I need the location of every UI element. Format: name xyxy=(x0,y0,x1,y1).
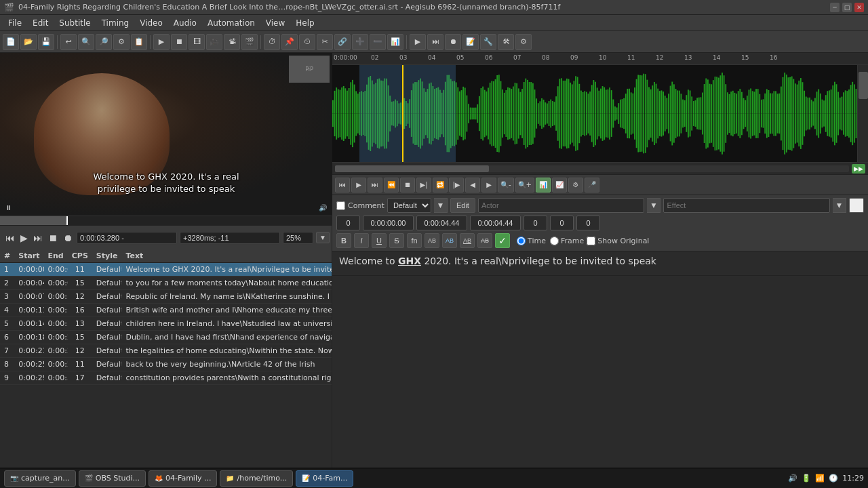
video-playhead[interactable] xyxy=(66,216,68,225)
toolbar-tool3[interactable]: ⚙ xyxy=(113,34,130,50)
wf-play-sel[interactable]: ▶| xyxy=(416,178,431,192)
taskbar-family[interactable]: 🦊 04-Family ... xyxy=(149,470,217,487)
table-row[interactable]: 7 0:00:21.21 0:00:25.38 12 Default the l… xyxy=(0,344,332,358)
record-button[interactable]: ⏺ xyxy=(62,232,74,243)
menu-timing[interactable]: Timing xyxy=(96,17,135,29)
wf-karaoke[interactable]: 🎤 xyxy=(585,178,599,192)
toolbar-sub1[interactable]: ✂ xyxy=(317,34,333,50)
table-row[interactable]: 6 0:00:18.06 0:00:21.21 15 Default Dubli… xyxy=(0,331,332,344)
wf-play-sub[interactable]: |▶ xyxy=(449,178,464,192)
toolbar-sub3[interactable]: ➕ xyxy=(352,34,368,50)
wf-loop[interactable]: 🔁 xyxy=(433,178,448,192)
video-progress-bar[interactable] xyxy=(0,216,332,225)
show-original-label[interactable]: Show Original xyxy=(587,237,649,245)
tray-battery[interactable]: 🔋 xyxy=(802,474,811,483)
wf-zoom-out[interactable]: 🔍- xyxy=(498,178,514,192)
actor-input[interactable] xyxy=(478,198,645,213)
toolbar-sub5[interactable]: 📊 xyxy=(387,34,403,50)
table-row[interactable]: 1 0:00:00.00 0:00:04.44 11 Default Welco… xyxy=(0,263,332,277)
table-row[interactable]: 9 0:00:29.10 0:00:33.10 17 Default const… xyxy=(0,371,332,385)
taskbar-capture[interactable]: 📷 capture_an... xyxy=(4,470,76,487)
toolbar-open[interactable]: 📂 xyxy=(20,34,37,50)
margin-l-input[interactable] xyxy=(524,216,547,230)
toolbar-time1[interactable]: ⏱ xyxy=(264,34,280,50)
wf-stop[interactable]: ⏹ xyxy=(400,178,415,192)
menu-view[interactable]: View xyxy=(260,17,290,29)
toolbar-find[interactable]: 🔍 xyxy=(78,34,94,50)
wf-rewind[interactable]: ⏮ xyxy=(335,178,350,192)
effect-input[interactable] xyxy=(663,198,830,213)
start-time-input[interactable] xyxy=(363,216,414,230)
margin-r-input[interactable] xyxy=(550,216,574,230)
maximize-button[interactable]: □ xyxy=(842,3,852,12)
video-player[interactable]: PiP Welcome to GHX 2020. It's a real pri… xyxy=(0,53,332,216)
table-row[interactable]: 5 0:00:14.25 0:00:18.06 13 Default child… xyxy=(0,317,332,331)
italic-button[interactable]: I xyxy=(354,233,369,248)
wf-prev-frame[interactable]: ◀ xyxy=(465,178,480,192)
style-dropdown-arrow[interactable]: ▼ xyxy=(434,198,448,213)
zoom-input[interactable] xyxy=(283,232,313,244)
zoom-dropdown-button[interactable]: ▼ xyxy=(316,232,330,243)
wf-next-frame[interactable]: ▶ xyxy=(481,178,496,192)
toolbar-time3[interactable]: ⏲ xyxy=(299,34,315,50)
menu-edit[interactable]: Edit xyxy=(27,17,54,29)
underline-button[interactable]: U xyxy=(372,233,387,248)
menu-video[interactable]: Video xyxy=(134,17,168,29)
fn-button[interactable]: fn xyxy=(407,233,422,248)
waveform-scrollbar[interactable]: ▶▶ xyxy=(332,162,868,174)
taskbar-aegisub[interactable]: 📝 04-Fam... xyxy=(296,470,353,487)
skip-back-button[interactable]: ⏮ xyxy=(4,232,16,243)
frame-radio[interactable] xyxy=(550,237,559,245)
toolbar-tool11[interactable]: 🔧 xyxy=(480,34,496,50)
table-row[interactable]: 4 0:00:11.28 0:00:14.25 16 Default Briti… xyxy=(0,304,332,317)
toolbar-tool5[interactable]: ▶ xyxy=(153,34,170,50)
toolbar-play2[interactable]: ⏭ xyxy=(427,34,443,50)
toolbar-sub4[interactable]: ➖ xyxy=(370,34,386,50)
menu-automation[interactable]: Automation xyxy=(202,17,260,29)
frame-radio-label[interactable]: Frame xyxy=(550,237,584,245)
layer-input[interactable] xyxy=(336,216,360,230)
toolbar-mark[interactable]: 📝 xyxy=(462,34,479,50)
minimize-button[interactable]: ─ xyxy=(830,3,840,12)
toolbar-play1[interactable]: ▶ xyxy=(410,34,426,50)
play-button[interactable]: ▶ xyxy=(19,232,29,243)
stop-button[interactable]: ⏹ xyxy=(47,232,59,243)
toolbar-tool7[interactable]: 🎞 xyxy=(189,34,205,50)
tray-speaker[interactable]: 🔊 xyxy=(788,474,797,483)
wf-spectrum[interactable]: 📈 xyxy=(552,178,567,192)
skip-next-button[interactable]: ⏭ xyxy=(32,232,44,243)
pip-thumbnail[interactable]: PiP xyxy=(289,56,330,83)
toolbar-time2[interactable]: 📌 xyxy=(281,34,298,50)
taskbar-files[interactable]: 📁 /home/timo... xyxy=(220,470,293,487)
table-row[interactable]: 3 0:00:07.50 0:00:11.28 12 Default Repub… xyxy=(0,290,332,304)
color-button[interactable] xyxy=(849,198,864,213)
bold-button[interactable]: B xyxy=(336,233,351,248)
edit-button[interactable]: Edit xyxy=(450,198,475,213)
toolbar-tool13[interactable]: ⚙ xyxy=(515,34,532,50)
waveform-canvas[interactable] xyxy=(332,65,868,162)
toolbar-save[interactable]: 💾 xyxy=(38,34,54,50)
menu-audio[interactable]: Audio xyxy=(168,17,202,29)
strikethrough-button[interactable]: S xyxy=(389,233,404,248)
table-row[interactable]: 8 0:00:25.38 0:00:29.10 11 Default back … xyxy=(0,358,332,371)
commit-button[interactable]: ✓ xyxy=(495,233,510,248)
menu-subtitle[interactable]: Subtitle xyxy=(54,17,96,29)
wf-next-sub[interactable]: ⏭ xyxy=(368,178,382,192)
ab-button-1[interactable]: AB xyxy=(425,233,439,248)
ab-button-2[interactable]: AB xyxy=(442,233,457,248)
ab-button-3[interactable]: AB xyxy=(460,233,475,248)
scroll-end-button[interactable]: ▶▶ xyxy=(852,164,865,174)
scroll-track[interactable] xyxy=(335,165,849,172)
wf-play[interactable]: ▶ xyxy=(351,178,366,192)
effect-dropdown-arrow[interactable]: ▼ xyxy=(833,198,846,213)
toolbar-undo[interactable]: ↩ xyxy=(60,34,77,50)
tray-network[interactable]: 📶 xyxy=(815,474,825,483)
vscroll-thumb[interactable] xyxy=(859,72,868,99)
toolbar-tool12[interactable]: 🛠 xyxy=(498,34,514,50)
style-dropdown[interactable]: Default xyxy=(387,198,431,213)
offset-input[interactable] xyxy=(180,232,280,244)
toolbar-tool10[interactable]: 🎬 xyxy=(241,34,258,50)
time-radio[interactable] xyxy=(517,237,526,245)
scroll-thumb[interactable] xyxy=(335,165,489,172)
timecode-input[interactable] xyxy=(77,232,177,244)
